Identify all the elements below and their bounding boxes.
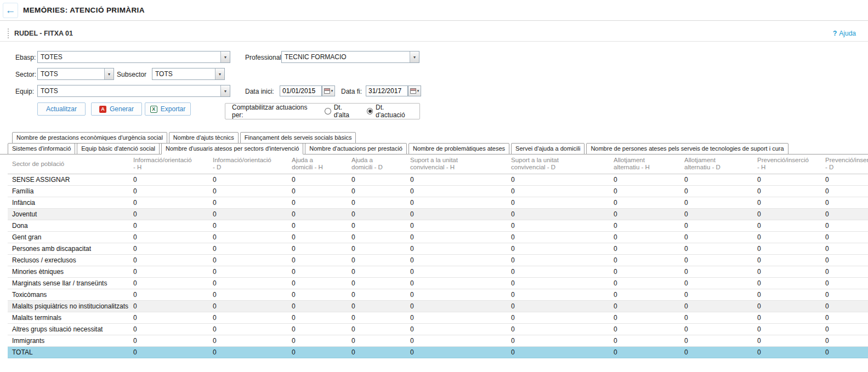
professional-label: Professional: bbox=[245, 54, 283, 61]
table-row[interactable]: Persones amb discapacitat0000000000 bbox=[8, 243, 868, 255]
cell-value: 0 bbox=[511, 186, 614, 197]
radio-group: Dt. d'altaDt. d'actuació bbox=[325, 104, 413, 119]
cell-value: 0 bbox=[825, 174, 868, 186]
excel-icon: X bbox=[150, 106, 157, 113]
cell-value: 0 bbox=[410, 197, 511, 209]
table-row[interactable]: Malalts psiquiàtrics no institucionalitz… bbox=[8, 301, 868, 312]
cell-value: 0 bbox=[825, 197, 868, 209]
column-header: Informació/orientació- D bbox=[213, 154, 292, 174]
table-row[interactable]: Altres grups situació necessitat00000000… bbox=[8, 324, 868, 335]
back-icon[interactable]: ← bbox=[3, 3, 18, 18]
cell-value: 0 bbox=[292, 312, 351, 324]
subsector-select[interactable]: TOTS ▾ bbox=[152, 68, 225, 80]
tab-nombre-de-persones-ateses-pels-serveis-de-tecnologies-de-suport-i-cura[interactable]: Nombre de persones ateses pels serveis d… bbox=[586, 143, 788, 154]
cell-value: 0 bbox=[351, 255, 410, 266]
help-link[interactable]: ? Ajuda bbox=[833, 30, 856, 37]
cell-value: 0 bbox=[825, 324, 868, 335]
data-inici-input[interactable] bbox=[280, 85, 322, 96]
cell-value: 0 bbox=[133, 243, 213, 255]
table-row[interactable]: SENSE ASSIGNAR0000000000 bbox=[8, 174, 868, 186]
cell-value: 0 bbox=[292, 255, 351, 266]
tab-nombre-d-actuacions-per-prestació[interactable]: Nombre d'actuacions per prestació bbox=[305, 143, 407, 154]
cell-value: 0 bbox=[614, 243, 684, 255]
table-row[interactable]: Toxicòmans0000000000 bbox=[8, 289, 868, 301]
radio-dt-d-alta[interactable]: Dt. d'alta bbox=[325, 104, 358, 119]
column-header: Suport a la unitatconvivencial - D bbox=[511, 154, 614, 174]
cell-value: 0 bbox=[133, 186, 213, 197]
professional-select[interactable]: TECNIC FORMACIO ▾ bbox=[281, 51, 419, 63]
cell-value: 0 bbox=[684, 220, 757, 232]
table-row[interactable]: Infància0000000000 bbox=[8, 197, 868, 209]
cell-value: 0 bbox=[292, 220, 351, 232]
comptabilitzar-label: Comptabilitzar actuacions per: bbox=[232, 104, 316, 119]
exportar-label: Exportar bbox=[161, 105, 185, 113]
generar-button[interactable]: A Generar bbox=[91, 102, 142, 116]
cell-value: 0 bbox=[757, 312, 825, 324]
ebasp-select[interactable]: TOTES ▾ bbox=[37, 51, 230, 63]
table-header-row: Sector de població Informació/orientació… bbox=[8, 154, 868, 174]
column-header: Allotjamentalternatiu - D bbox=[684, 154, 757, 174]
table-row[interactable]: Minories ètniques0000000000 bbox=[8, 266, 868, 278]
cell-value: 0 bbox=[133, 278, 213, 289]
cell-value: 0 bbox=[410, 243, 511, 255]
cell-value: 0 bbox=[614, 301, 684, 312]
panel-title: RUDEL - FITXA 01 bbox=[14, 30, 73, 37]
tab-nombre-d-usuaris-atesos-per-sectors-d-intervenció[interactable]: Nombre d'usuaris atesos per sectors d'in… bbox=[161, 143, 303, 154]
table-total-row[interactable]: TOTAL0000000000 bbox=[8, 347, 868, 358]
cell-value: 0 bbox=[825, 186, 868, 197]
cell-value: 0 bbox=[511, 197, 614, 209]
cell-value: 0 bbox=[684, 266, 757, 278]
table-row[interactable]: Joventut0000000000 bbox=[8, 209, 868, 220]
cell-value: 0 bbox=[351, 347, 410, 358]
table-row[interactable]: Reclusos / exreclusos0000000000 bbox=[8, 255, 868, 266]
data-inici-calendar-button[interactable]: ▾ bbox=[322, 85, 335, 96]
cell-value: 0 bbox=[614, 220, 684, 232]
radio-dt-d-actuació[interactable]: Dt. d'actuació bbox=[367, 104, 413, 119]
table-row[interactable]: Gent gran0000000000 bbox=[8, 232, 868, 243]
actualitzar-button[interactable]: Actualitzar bbox=[37, 102, 86, 116]
table-row[interactable]: Marginats sense llar / transeünts0000000… bbox=[8, 278, 868, 289]
cell-value: 0 bbox=[133, 209, 213, 220]
table-row[interactable]: Família0000000000 bbox=[8, 186, 868, 197]
cell-value: 0 bbox=[757, 197, 825, 209]
table-row[interactable]: Malalts terminals0000000000 bbox=[8, 312, 868, 324]
cell-value: 0 bbox=[410, 232, 511, 243]
cell-value: 0 bbox=[213, 197, 292, 209]
cell-value: 0 bbox=[351, 243, 410, 255]
cell-value: 0 bbox=[825, 335, 868, 347]
dropdown-arrow-icon: ▾ bbox=[417, 89, 419, 93]
sector-select[interactable]: TOTS ▾ bbox=[37, 68, 114, 80]
table-row[interactable]: Immigrants0000000000 bbox=[8, 335, 868, 347]
cell-value: 0 bbox=[410, 324, 511, 335]
cell-value: 0 bbox=[213, 220, 292, 232]
cell-value: 0 bbox=[614, 312, 684, 324]
row-label: SENSE ASSIGNAR bbox=[8, 174, 133, 186]
row-label: Dona bbox=[8, 220, 133, 232]
cell-value: 0 bbox=[292, 174, 351, 186]
cell-value: 0 bbox=[684, 289, 757, 301]
sector-value: TOTS bbox=[38, 68, 104, 79]
row-label: Minories ètniques bbox=[8, 266, 133, 278]
cell-value: 0 bbox=[757, 347, 825, 358]
tab-servei-d-ajuda-a-domicili[interactable]: Servei d'ajuda a domicili bbox=[511, 143, 585, 154]
cell-value: 0 bbox=[757, 266, 825, 278]
row-label: Reclusos / exreclusos bbox=[8, 255, 133, 266]
cell-value: 0 bbox=[684, 209, 757, 220]
cell-value: 0 bbox=[133, 347, 213, 358]
tab-nombre-de-problemàtiques-ateses[interactable]: Nombre de problemàtiques ateses bbox=[409, 143, 509, 154]
tab-finançament-dels-serveis-socials-bàsics[interactable]: Finançament dels serveis socials bàsics bbox=[240, 132, 356, 144]
tab-nombre-de-prestacions-econòmiques-d-urgència-social[interactable]: Nombre de prestacions econòmiques d'urgè… bbox=[12, 132, 167, 144]
column-header: Prevenció/inserció- H bbox=[757, 154, 825, 174]
equip-select[interactable]: TOTS ▾ bbox=[37, 85, 230, 97]
data-fi-label: Data fi: bbox=[341, 88, 362, 95]
cell-value: 0 bbox=[410, 220, 511, 232]
data-fi-input[interactable] bbox=[366, 85, 408, 96]
tab-nombre-d-ajuts-tècnics[interactable]: Nombre d'ajuts tècnics bbox=[169, 132, 239, 144]
tab-sistemes-d-informació[interactable]: Sistemes d'informació bbox=[8, 143, 75, 154]
tab-equip-bàsic-d-atenció-social[interactable]: Equip bàsic d'atenció social bbox=[77, 143, 160, 154]
exportar-button[interactable]: X Exportar bbox=[145, 102, 191, 116]
table-row[interactable]: Dona0000000000 bbox=[8, 220, 868, 232]
app-bar: ← MEMÒRIES: ATENCIÓ PRIMÀRIA bbox=[0, 0, 868, 21]
cell-value: 0 bbox=[757, 243, 825, 255]
data-fi-calendar-button[interactable]: ▾ bbox=[408, 85, 421, 96]
